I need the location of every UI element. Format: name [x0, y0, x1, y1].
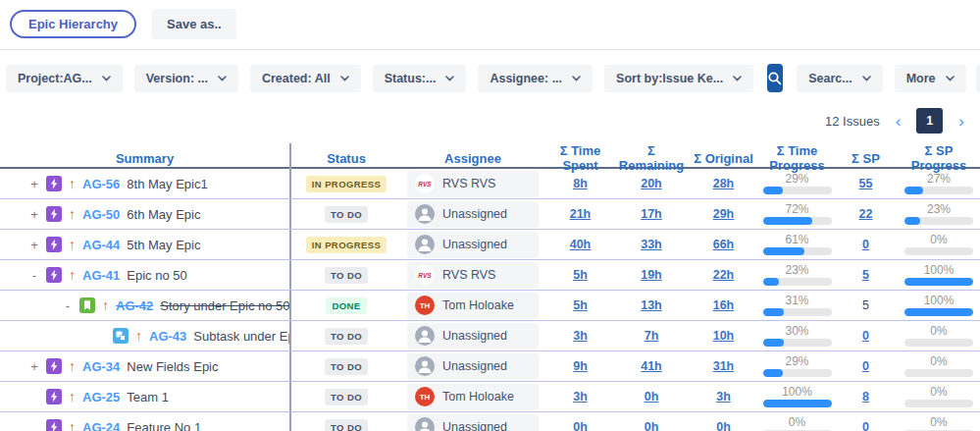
sp-progress-percent: 0% [930, 416, 947, 428]
assignee-picker[interactable]: RVSRVS RVS [407, 262, 539, 289]
assignee-picker[interactable]: Unassigned [407, 353, 539, 380]
row-expander[interactable]: + [29, 207, 39, 222]
filter-chip-search-saved[interactable]: Searc... [797, 65, 882, 92]
story-points-link[interactable]: 0 [862, 329, 869, 343]
original-link[interactable]: 16h [713, 298, 735, 312]
time-spent-link[interactable]: 5h [573, 298, 588, 312]
epic-hierarchy-view-button[interactable]: Epic Hierarchy [10, 10, 136, 38]
issue-key-link[interactable]: AG-41 [82, 268, 120, 283]
time-spent-cell: 5h [544, 291, 616, 320]
story-points-link[interactable]: 55 [859, 177, 873, 190]
assignee-picker[interactable]: THTom Holoake [407, 293, 539, 319]
time-spent-link[interactable]: 9h [573, 359, 588, 373]
column-header-assignee[interactable]: Assignee [401, 151, 544, 166]
time-progress-bar [763, 339, 832, 347]
remaining-link[interactable]: 0h [645, 420, 659, 431]
remaining-link[interactable]: 20h [641, 177, 662, 190]
original-cell: 66h [687, 230, 760, 259]
assignee-picker[interactable]: THTom Holoake [407, 384, 539, 410]
status-badge: TO DO [325, 419, 368, 431]
time-progress-percent: 30% [785, 325, 808, 337]
epic-icon [46, 419, 62, 431]
story-points-link[interactable]: 5 [862, 268, 869, 282]
current-page-button[interactable]: 1 [916, 108, 943, 134]
more-dropdown[interactable]: More [895, 65, 966, 92]
issue-key-link[interactable]: AG-25 [82, 390, 120, 404]
issue-key-link[interactable]: AG-42 [116, 298, 153, 313]
assignee-name: Unassigned [442, 359, 507, 373]
story-points-link[interactable]: 0 [862, 420, 869, 431]
original-link[interactable]: 31h [713, 359, 735, 373]
remaining-link[interactable]: 33h [641, 238, 662, 251]
remaining-link[interactable]: 13h [641, 298, 662, 312]
column-header-status[interactable]: Status [291, 151, 401, 166]
issue-summary: Subtask under Epic no 50 [193, 329, 291, 344]
column-header-original[interactable]: Σ Original [687, 151, 760, 166]
remaining-link[interactable]: 7h [645, 329, 659, 343]
fields-dropdown[interactable]: Fields [976, 65, 980, 92]
time-spent-link[interactable]: 3h [573, 390, 588, 404]
sp-progress-bar [904, 400, 973, 407]
original-link[interactable]: 28h [713, 177, 735, 190]
row-expander[interactable]: - [63, 298, 73, 313]
time-spent-link[interactable]: 8h [573, 177, 588, 190]
filter-chip[interactable]: Assignee: ... [478, 65, 593, 92]
filter-chip[interactable]: Version: ... [134, 65, 238, 92]
issue-key-link[interactable]: AG-56 [82, 177, 120, 191]
issue-summary: Team 1 [127, 390, 169, 404]
issue-key-link[interactable]: AG-34 [82, 359, 120, 374]
assignee-name: Unassigned [442, 329, 507, 343]
search-button[interactable] [767, 64, 783, 92]
assignee-picker[interactable]: RVSRVS RVS [407, 171, 539, 197]
issue-key-link[interactable]: AG-50 [82, 207, 120, 222]
filter-chip[interactable]: Project:AG... [6, 65, 123, 92]
search-icon [767, 71, 783, 86]
time-spent-link[interactable]: 3h [573, 329, 588, 343]
remaining-link[interactable]: 19h [641, 268, 662, 282]
row-expander[interactable]: - [29, 268, 39, 283]
original-link[interactable]: 29h [713, 207, 735, 221]
filter-chip[interactable]: Status:... [373, 65, 467, 92]
assignee-picker[interactable]: Unassigned [407, 414, 539, 431]
time-spent-link[interactable]: 5h [573, 268, 588, 282]
remaining-link[interactable]: 0h [645, 390, 659, 404]
pagination-bar: 12 Issues ‹ 1 › [0, 92, 980, 143]
save-as-button[interactable]: Save as.. [152, 9, 236, 39]
priority-high-icon: ↑ [135, 329, 142, 343]
filter-chip[interactable]: Created: All [250, 65, 361, 92]
row-expander[interactable]: + [29, 238, 39, 252]
column-header-sp[interactable]: Σ SP [834, 151, 898, 166]
story-icon [79, 297, 95, 313]
story-points-link[interactable]: 8 [862, 390, 869, 404]
story-points-link[interactable]: 0 [862, 359, 869, 373]
prev-page-icon[interactable]: ‹ [894, 113, 903, 130]
subtask-icon [113, 328, 129, 344]
time-spent-link[interactable]: 40h [570, 238, 592, 251]
remaining-link[interactable]: 41h [641, 359, 662, 373]
avatar-rvs-logo: RVS [415, 265, 435, 285]
original-link[interactable]: 0h [716, 420, 731, 431]
row-expander[interactable]: + [29, 359, 39, 374]
original-link[interactable]: 10h [713, 329, 735, 343]
remaining-link[interactable]: 17h [641, 207, 662, 221]
issue-key-link[interactable]: AG-44 [82, 238, 120, 252]
time-spent-link[interactable]: 21h [570, 207, 592, 221]
time-progress-cell: 29% [760, 169, 834, 198]
assignee-picker[interactable]: Unassigned [407, 201, 539, 228]
filter-chip[interactable]: Sort by:Issue Ke... [604, 65, 753, 92]
original-link[interactable]: 66h [713, 238, 735, 251]
sp-progress-bar [904, 247, 973, 255]
sp-progress-cell: 0% [898, 321, 980, 350]
issue-key-link[interactable]: AG-24 [82, 420, 120, 431]
assignee-picker[interactable]: Unassigned [407, 323, 539, 350]
story-points-link[interactable]: 0 [862, 238, 869, 251]
story-points-link[interactable]: 22 [859, 207, 873, 221]
issue-key-link[interactable]: AG-43 [149, 329, 186, 344]
next-page-icon[interactable]: › [956, 113, 966, 130]
assignee-picker[interactable]: Unassigned [407, 232, 539, 258]
original-link[interactable]: 3h [716, 390, 731, 404]
time-spent-link[interactable]: 0h [573, 420, 588, 431]
original-link[interactable]: 22h [713, 268, 735, 282]
original-cell: 29h [687, 199, 760, 229]
row-expander[interactable]: + [29, 177, 39, 191]
